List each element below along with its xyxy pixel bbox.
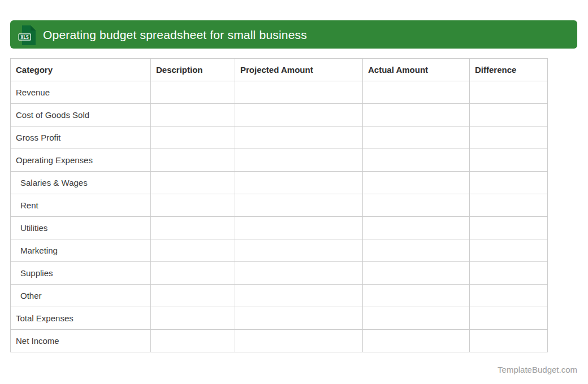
projected-amount-cell [235,104,363,126]
actual-amount-cell [363,285,470,307]
column-header-projected-amount: Projected Amount [235,59,363,81]
difference-cell [470,239,548,262]
projected-amount-cell [235,285,363,307]
projected-amount-cell [235,194,363,217]
difference-cell [470,330,548,352]
description-cell [151,126,235,149]
difference-cell [470,194,548,217]
xls-badge-label: XLS [20,34,29,40]
table-row: Other [11,285,548,307]
difference-cell [470,307,548,330]
category-cell: Supplies [11,262,151,285]
difference-cell [470,149,548,172]
table-body: RevenueCost of Goods SoldGross ProfitOpe… [11,81,548,352]
table-row: Gross Profit [11,126,548,149]
description-cell [151,81,235,104]
description-cell [151,172,235,194]
actual-amount-cell [363,217,470,239]
table-row: Marketing [11,239,548,262]
description-cell [151,194,235,217]
actual-amount-cell [363,194,470,217]
category-cell: Marketing [11,239,151,262]
column-header-description: Description [151,59,235,81]
column-header-category: Category [11,59,151,81]
actual-amount-cell [363,149,470,172]
table-row: Utilities [11,217,548,239]
actual-amount-cell [363,126,470,149]
projected-amount-cell [235,239,363,262]
difference-cell [470,217,548,239]
table-row: Supplies [11,262,548,285]
table-row: Operating Expenses [11,149,548,172]
difference-cell [470,262,548,285]
footer-site-link[interactable]: TemplateBudget.com [10,365,577,374]
category-cell: Salaries & Wages [11,172,151,194]
actual-amount-cell [363,172,470,194]
category-cell: Operating Expenses [11,149,151,172]
actual-amount-cell [363,239,470,262]
header-row: CategoryDescriptionProjected AmountActua… [11,59,548,81]
description-cell [151,239,235,262]
xls-file-icon: XLS [18,25,37,45]
table-row: Cost of Goods Sold [11,104,548,126]
category-cell: Net Income [11,330,151,352]
table-row: Salaries & Wages [11,172,548,194]
description-cell [151,307,235,330]
projected-amount-cell [235,149,363,172]
table-row: Total Expenses [11,307,548,330]
description-cell [151,262,235,285]
projected-amount-cell [235,330,363,352]
category-cell: Other [11,285,151,307]
table-row: Net Income [11,330,548,352]
projected-amount-cell [235,262,363,285]
page: XLS Operating budget spreadsheet for sma… [10,20,577,374]
description-cell [151,217,235,239]
page-title: Operating budget spreadsheet for small b… [43,29,307,41]
category-cell: Cost of Goods Sold [11,104,151,126]
actual-amount-cell [363,81,470,104]
description-cell [151,104,235,126]
category-cell: Utilities [11,217,151,239]
difference-cell [470,126,548,149]
difference-cell [470,285,548,307]
difference-cell [470,81,548,104]
table-row: Revenue [11,81,548,104]
difference-cell [470,104,548,126]
table-row: Rent [11,194,548,217]
difference-cell [470,172,548,194]
column-header-difference: Difference [470,59,548,81]
projected-amount-cell [235,81,363,104]
actual-amount-cell [363,307,470,330]
projected-amount-cell [235,217,363,239]
description-cell [151,330,235,352]
actual-amount-cell [363,262,470,285]
projected-amount-cell [235,307,363,330]
category-cell: Total Expenses [11,307,151,330]
actual-amount-cell [363,104,470,126]
projected-amount-cell [235,172,363,194]
category-cell: Rent [11,194,151,217]
projected-amount-cell [235,126,363,149]
description-cell [151,285,235,307]
column-header-actual-amount: Actual Amount [363,59,470,81]
category-cell: Gross Profit [11,126,151,149]
actual-amount-cell [363,330,470,352]
budget-table: CategoryDescriptionProjected AmountActua… [10,58,548,352]
category-cell: Revenue [11,81,151,104]
title-bar: XLS Operating budget spreadsheet for sma… [10,20,577,49]
description-cell [151,149,235,172]
